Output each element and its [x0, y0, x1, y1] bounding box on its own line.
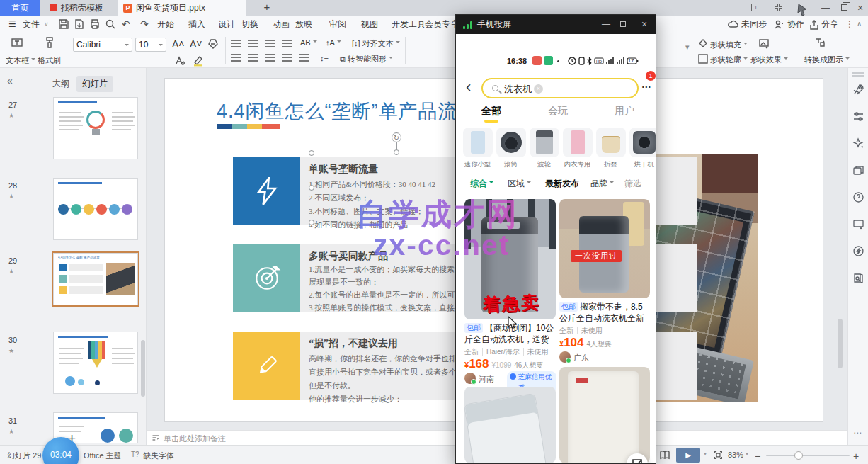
row-spacing-button[interactable]: ↕≡ — [320, 54, 329, 62]
category-chip[interactable]: 折叠 — [595, 128, 627, 169]
highlight-icon[interactable] — [193, 55, 204, 67]
seller-row[interactable]: 河南 芝麻信用优秀 — [464, 373, 556, 384]
target-tile[interactable] — [233, 244, 300, 312]
hamburger-icon[interactable]: ☰ — [8, 16, 16, 33]
shape-effect-button[interactable]: 形状效果 — [750, 55, 788, 65]
clear-search-icon[interactable]: × — [534, 84, 543, 94]
filter-newest[interactable]: 最新发布 — [545, 178, 579, 190]
to-smart-graphic-button[interactable]: ⧉ 转智能图形 — [340, 54, 393, 64]
clear-format-icon[interactable] — [207, 38, 219, 50]
restore-button[interactable] — [841, 4, 847, 11]
cloud-sync-icon[interactable] — [728, 19, 739, 30]
product-image[interactable]: 一次没用过 — [559, 199, 650, 298]
bullets-icon[interactable] — [231, 40, 241, 47]
selection-handle[interactable] — [309, 150, 314, 156]
to-diagram-button[interactable]: 转换成图示 — [804, 55, 850, 65]
font-size-select[interactable]: 10 — [135, 38, 166, 52]
zoom-level[interactable]: 83% — [728, 451, 743, 459]
sidebar-scrollbar[interactable] — [141, 340, 145, 397]
textbox-icon[interactable] — [11, 37, 23, 48]
shape-outline-icon[interactable] — [697, 53, 709, 64]
zoom-caret[interactable]: ▾ — [746, 451, 748, 457]
more-actions-button[interactable]: ⋯ — [641, 81, 652, 92]
share-label[interactable]: 分享 — [821, 16, 838, 33]
seller-row[interactable]: 广东 — [559, 351, 651, 363]
product-title[interactable]: 包邮搬家带不走，8.5公斤全自动洗衣机全新未拆 — [559, 301, 651, 324]
close-button[interactable]: × — [852, 0, 868, 16]
result-tab-play[interactable]: 会玩 — [548, 105, 568, 118]
phone-maximize-button[interactable] — [620, 21, 626, 27]
to-diagram-icon[interactable] — [814, 37, 826, 48]
selection-handle[interactable] — [309, 185, 314, 191]
slide-thumbnail-27[interactable] — [53, 97, 138, 159]
selection-handle[interactable] — [394, 149, 399, 155]
share-icon[interactable] — [809, 19, 820, 30]
indent-icon[interactable] — [282, 40, 292, 47]
file-menu[interactable]: 文件 — [23, 16, 40, 33]
play-caret[interactable]: ▾ — [704, 451, 707, 457]
align-left-icon[interactable] — [231, 54, 241, 62]
back-button[interactable]: ‹ — [466, 78, 471, 96]
canvas-scrollbar[interactable] — [838, 319, 843, 368]
selection-handle[interactable] — [309, 220, 314, 225]
tab-outline[interactable]: 大纲 — [47, 76, 75, 92]
redo-icon[interactable]: ↷ — [140, 16, 149, 33]
filter-sort[interactable]: 综合 — [470, 178, 493, 190]
category-chip[interactable]: 内衣专用 — [561, 128, 593, 169]
tab-document[interactable]: P闲鱼卖货项目.pptx — [118, 0, 246, 16]
panel-handle[interactable] — [852, 72, 864, 74]
result-tab-all[interactable]: 全部 — [481, 105, 501, 118]
slideshow-play-button[interactable]: ▶ — [676, 448, 700, 463]
slide-title[interactable]: 4.4闲鱼怎么“垄断”单产品流量 — [217, 98, 478, 124]
font-name-select[interactable]: Calibri — [73, 38, 132, 52]
tab-docer-templates[interactable]: 找稻壳模板 — [42, 0, 110, 16]
slide-thumbnail-30[interactable] — [53, 332, 138, 394]
export-card-icon[interactable] — [852, 218, 864, 230]
single-window-icon[interactable]: 1 — [751, 4, 760, 11]
lightning-tile[interactable] — [233, 157, 300, 225]
category-chip[interactable]: 烘干机 — [628, 128, 656, 169]
zoom-out-button[interactable]: − — [755, 451, 760, 462]
dictionary-icon[interactable] — [852, 272, 864, 284]
fit-slide-icon[interactable] — [714, 451, 723, 460]
normal-view-icon[interactable] — [659, 450, 670, 461]
print-preview-icon[interactable] — [105, 18, 116, 30]
format-painter-button[interactable]: 格式刷 — [38, 55, 61, 66]
export-icon[interactable] — [74, 18, 85, 30]
panel-more-icon[interactable]: ⋯ — [853, 428, 862, 438]
numbering-icon[interactable] — [248, 40, 258, 47]
shape-effect-icon[interactable] — [759, 38, 770, 50]
quick-tools-icon[interactable] — [852, 84, 864, 96]
phone-window-titlebar[interactable]: 手机投屏 — × — [456, 15, 656, 34]
new-tab-button[interactable]: + — [259, 0, 275, 16]
align-right-icon[interactable] — [265, 54, 275, 62]
grow-font-button[interactable]: A˄ — [172, 38, 185, 50]
undo-icon[interactable]: ↶ — [122, 16, 130, 33]
save-icon[interactable] — [58, 18, 69, 30]
collab-icon[interactable] — [774, 19, 785, 30]
format-painter-icon[interactable] — [44, 37, 55, 48]
search-input[interactable]: 洗衣机 × — [481, 78, 639, 98]
menu-devtools[interactable]: 开发工具 — [392, 16, 426, 33]
minimize-button[interactable]: — — [818, 0, 833, 16]
print-icon[interactable] — [89, 18, 101, 30]
menu-start[interactable]: 开始 — [157, 16, 174, 33]
help-icon[interactable] — [852, 191, 864, 203]
menu-insert[interactable]: 插入 — [188, 16, 205, 33]
collapse-ribbon-icon[interactable]: ∧ — [857, 16, 862, 33]
filter-more[interactable]: 筛选 — [624, 178, 641, 190]
filter-brand[interactable]: 品牌 — [590, 178, 614, 190]
menu-slideshow[interactable]: 放映 — [295, 16, 312, 33]
flash-circle-icon[interactable] — [852, 245, 864, 257]
collapse-panel-button[interactable]: « — [7, 75, 13, 86]
filter-region[interactable]: 区域 — [508, 178, 531, 190]
shrink-font-button[interactable]: A˅ — [190, 38, 202, 50]
justify-icon[interactable] — [282, 54, 292, 62]
category-chip[interactable]: 波轮 — [528, 128, 560, 169]
align-center-icon[interactable] — [248, 54, 258, 62]
menu-transition[interactable]: 切换 — [241, 16, 258, 33]
rotate-handle[interactable]: ↻ — [392, 132, 401, 142]
category-chip[interactable]: 滚筒 — [495, 128, 527, 169]
phone-close-button[interactable]: × — [636, 15, 653, 34]
more-menu-icon[interactable]: ⋮ — [845, 16, 854, 33]
